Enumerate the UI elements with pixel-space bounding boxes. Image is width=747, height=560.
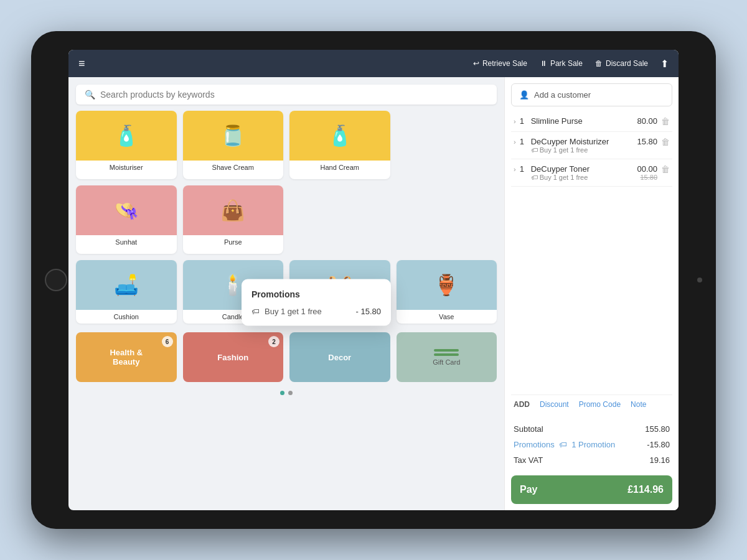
tax-amount: 19.16 [649,455,670,465]
category-badge-health: 6 [162,336,173,347]
chevron-purse[interactable]: › [514,118,516,125]
details-toner: DeCuyper Toner 🏷 Buy 1 get 1 free [531,164,634,181]
details-purse: Slimline Purse [531,116,634,126]
category-label-decor: Decor [328,353,351,362]
add-customer-label: Add a customer [534,90,591,100]
share-button[interactable]: ⬆ [660,58,669,70]
promo-row: 🏷 Buy 1 get 1 free - 15.80 [251,306,381,315]
empty-slot-3 [397,185,497,254]
home-button[interactable] [45,269,67,291]
promo-amount: - 15.80 [356,306,381,315]
totals-section: Subtotal 155.80 Promotions 🏷 1 Promotion… [511,419,672,470]
category-decor[interactable]: Decor [289,332,390,382]
promo-label-toner: Buy 1 get 1 free [540,174,588,181]
tablet-frame: ≡ ↩ Retrieve Sale ⏸ Park Sale 🗑 Discard … [31,31,716,529]
product-moisturiser[interactable]: 🧴 Moisturiser [76,111,177,179]
promotions-label-text: Promotions [514,440,555,449]
retrieve-icon: ↩ [473,59,479,68]
product-hand-cream[interactable]: 🧴 Hand Cream [289,111,390,179]
discount-link[interactable]: Discount [540,400,569,409]
menu-icon[interactable]: ≡ [78,57,85,70]
gift-line-2 [434,353,459,356]
dot-1[interactable] [280,391,284,395]
subtotal-label: Subtotal [514,424,543,434]
chevron-moisturizer[interactable]: › [514,138,516,146]
product-img-moisturiser: 🧴 [76,111,177,161]
name-toner: DeCuyper Toner [531,164,634,174]
price-group-toner: 00.00 15.80 [637,164,657,181]
promotions-popup: Promotions 🏷 Buy 1 get 1 free - 15.80 [242,279,391,325]
promotions-label: Promotions 🏷 1 Promotion [514,440,615,449]
product-purse[interactable]: 👜 Purse [183,185,284,254]
delete-moisturizer[interactable]: 🗑 [661,137,670,147]
product-name-vase: Vase [397,310,497,324]
promo-name: Buy 1 get 1 free [265,306,322,315]
product-name-shave: Shave Cream [183,161,284,174]
product-img-purse: 👜 [183,185,284,235]
name-moisturizer: DeCuyper Moisturizer [531,137,634,146]
promo-tag-icon-2: 🏷 [531,146,538,154]
promo-row-left: 🏷 Buy 1 get 1 free [251,306,322,315]
product-name-sunhat: Sunhat [76,235,177,249]
promo-moisturizer: 🏷 Buy 1 get 1 free [531,146,634,154]
product-shave-cream[interactable]: 🫙 Shave Cream [183,111,284,179]
order-item-moisturizer: › 1 DeCuyper Moisturizer 🏷 Buy 1 get 1 f… [511,132,672,159]
page-dots [76,391,497,395]
gift-card-visual: Gift Card [433,349,460,366]
details-moisturizer: DeCuyper Moisturizer 🏷 Buy 1 get 1 free [531,137,634,154]
product-cushion[interactable]: 🛋️ Cushion [76,260,177,324]
promotions-row: Promotions 🏷 1 Promotion -15.80 [511,437,672,452]
add-label: ADD [514,400,530,409]
promo-tag-icon: 🏷 [251,306,260,315]
chevron-toner[interactable]: › [514,166,516,173]
promo-tag-icon-3: 🏷 [531,174,538,181]
gift-card-label: Gift Card [433,358,460,366]
pay-label: Pay [520,484,537,495]
search-bar: 🔍 [76,85,497,105]
camera [697,278,702,282]
pay-button[interactable]: Pay £114.96 [511,475,672,504]
product-vase[interactable]: 🏺 Vase [397,260,497,324]
category-grid: 6 Health &Beauty 2 Fashion Decor [76,332,497,382]
order-item-toner: › 1 DeCuyper Toner 🏷 Buy 1 get 1 free 00… [511,159,672,187]
product-img-sunhat: 👒 [76,185,177,235]
top-bar-left: ≡ [78,57,85,70]
category-badge-fashion: 2 [268,336,280,347]
top-bar: ≡ ↩ Retrieve Sale ⏸ Park Sale 🗑 Discard … [68,50,679,77]
tablet-screen: ≡ ↩ Retrieve Sale ⏸ Park Sale 🗑 Discard … [68,50,679,510]
promotions-amount: -15.80 [647,440,670,449]
price-toner: 00.00 [637,164,657,174]
empty-slot-1 [397,111,497,179]
qty-toner: 1 [520,164,527,174]
product-sunhat[interactable]: 👒 Sunhat [76,185,177,254]
category-label-fashion: Fashion [217,353,248,362]
note-link[interactable]: Note [631,400,646,409]
category-fashion[interactable]: 2 Fashion [183,332,284,382]
delete-toner[interactable]: 🗑 [661,164,670,174]
tax-label: Tax VAT [514,455,543,465]
main-content: 🔍 🧴 Moisturiser 🫙 Shave Cream [68,77,679,510]
qty-moisturizer: 1 [520,137,527,146]
delete-purse[interactable]: 🗑 [661,116,670,126]
promo-code-link[interactable]: Promo Code [579,400,621,409]
search-icon: 🔍 [85,90,95,100]
category-label-health: Health &Beauty [110,348,143,366]
add-customer-button[interactable]: 👤 Add a customer [511,83,672,106]
category-health-beauty[interactable]: 6 Health &Beauty [76,332,177,382]
retrieve-sale-label: Retrieve Sale [482,59,527,68]
price-purse: 80.00 [637,116,657,126]
park-sale-button[interactable]: ⏸ Park Sale [540,59,583,68]
subtotal-row: Subtotal 155.80 [511,421,672,437]
category-gift-card[interactable]: Gift Card [397,332,497,382]
pay-amount: £114.96 [627,484,664,495]
dot-2[interactable] [288,391,293,395]
product-img-shave: 🫙 [183,111,284,161]
search-input[interactable] [100,90,488,100]
park-sale-label: Park Sale [550,59,583,68]
retrieve-sale-button[interactable]: ↩ Retrieve Sale [473,59,527,68]
discard-sale-label: Discard Sale [606,59,648,68]
promo-label-moisturizer: Buy 1 get 1 free [540,146,588,154]
name-purse: Slimline Purse [531,116,634,126]
discard-sale-button[interactable]: 🗑 Discard Sale [595,59,648,68]
product-img-cushion: 🛋️ [76,260,177,310]
